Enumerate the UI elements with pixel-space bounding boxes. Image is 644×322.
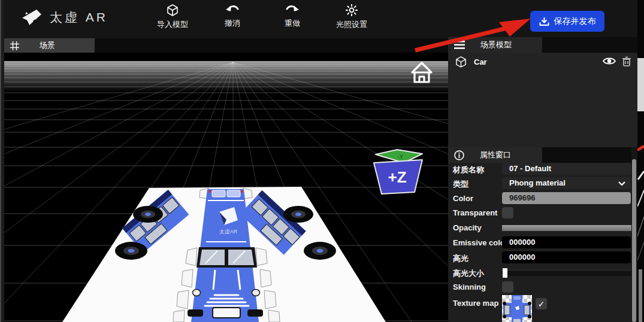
undo-label: 撤消 [225,18,240,29]
light-settings-button[interactable]: 光照设置 [323,4,380,30]
visibility-eye-icon[interactable] [603,56,616,68]
logo-paperplane-icon [21,8,43,26]
texture-preview [502,295,532,322]
delete-trash-icon[interactable] [622,56,631,69]
tab-scene-models-label: 场景模型 [480,40,512,50]
cube-icon [455,56,467,68]
row-texture-map: Texture map ✓ [448,297,637,322]
redo-button[interactable]: 重做 [264,4,321,29]
cube-icon [167,4,179,16]
scene-model-list: Car [448,53,637,147]
specular-field[interactable]: 000000 [502,251,631,263]
texture-map-checkbox[interactable]: ✓ [536,298,547,309]
row-material-type: 类型 Phong material [448,177,637,190]
sun-icon [346,4,358,16]
undo-button[interactable]: 撤消 [204,4,261,29]
info-icon [454,150,464,160]
skinning-checkbox[interactable] [502,281,513,293]
scene-model-row-car[interactable]: Car [448,54,637,69]
app-logo: 太虚 AR [21,8,108,26]
color-label: Color [453,194,473,203]
tab-scene-label: 场景 [40,40,55,51]
save-publish-button[interactable]: 保存并发布 [530,11,604,32]
row-specular: 高光 000000 [448,251,637,265]
app-logo-text: 太虚 AR [50,9,108,26]
tab-scene-models[interactable]: 场景模型 [448,37,542,53]
import-model-label: 导入模型 [157,19,188,30]
tab-properties-label: 属性窗口 [480,150,511,160]
material-name-field[interactable]: 07 - Default [502,163,631,175]
scene-models-tabbar: 场景模型 [448,37,637,53]
color-field[interactable]: 969696 [502,192,631,204]
row-color: Color 969696 [448,192,637,205]
properties-body: 材质名称 07 - Default 类型 Phong material Colo… [448,163,637,322]
nav-cube-gizmo[interactable]: -Y +Z [374,150,422,194]
specular-size-slider[interactable] [502,270,636,276]
specular-size-slider-thumb[interactable] [503,268,507,278]
row-material-name: 材质名称 07 - Default [448,163,637,176]
download-icon [539,17,549,26]
transparent-label: Transparent [453,208,497,217]
emissive-color-field[interactable]: 000000 [502,236,631,248]
right-panel-column: 场景模型 Car [448,37,637,322]
chevron-down-icon [618,181,625,186]
opacity-label: Opacity [453,223,482,232]
scene-tab-strip: 场景 [4,38,448,53]
texture-map-thumbnail[interactable] [502,295,532,322]
background-window-sliver [637,0,644,322]
emissive-color-label: Emissive color [453,238,508,247]
nav-cube-top-label: -Y [397,153,404,160]
texture-map-label: Texture map [453,299,498,308]
material-name-label: 材质名称 [453,165,484,175]
viewport-canvas: -Y +Z [4,53,448,322]
row-skinning: Skinning [448,281,637,294]
row-emissive: Emissive color 000000 [448,236,637,250]
transparent-checkbox[interactable] [502,207,513,218]
tab-properties[interactable]: 属性窗口 [448,147,542,163]
row-transparent: Transparent [448,206,637,220]
grid-icon [10,41,19,50]
undo-arrow-icon [225,4,240,15]
viewport-3d[interactable]: -Y +Z [4,53,448,322]
opacity-slider[interactable] [502,225,636,231]
properties-scrollbar-thumb[interactable] [632,159,636,322]
light-settings-label: 光照设置 [336,19,367,30]
redo-arrow-icon [285,4,300,15]
properties-scrollbar[interactable] [631,147,637,322]
specular-label: 高光 [453,253,468,264]
skinning-label: Skinning [453,282,486,291]
redo-label: 重做 [285,18,300,29]
specular-size-label: 高光大小 [453,268,484,279]
material-type-value: Phong material [509,178,566,187]
svg-text:太虚AR: 太虚AR [219,229,238,235]
nav-cube-front-label: +Z [388,168,406,186]
top-toolbar: 太虚 AR 导入模型 撤消 重做 光照设置 [4,0,644,38]
material-type-select[interactable]: Phong material [502,177,631,189]
menu-icon [454,41,465,49]
tab-scene[interactable]: 场景 [4,38,95,53]
material-type-label: 类型 [453,179,468,190]
check-icon: ✓ [538,299,545,309]
row-opacity: Opacity [448,221,637,235]
import-model-button[interactable]: 导入模型 [144,4,201,30]
row-specular-size: 高光大小 [448,266,637,280]
properties-tabbar: 属性窗口 [448,147,637,163]
scene-model-name: Car [474,57,487,66]
save-publish-label: 保存并发布 [554,16,596,27]
window-left-edge [0,0,4,322]
